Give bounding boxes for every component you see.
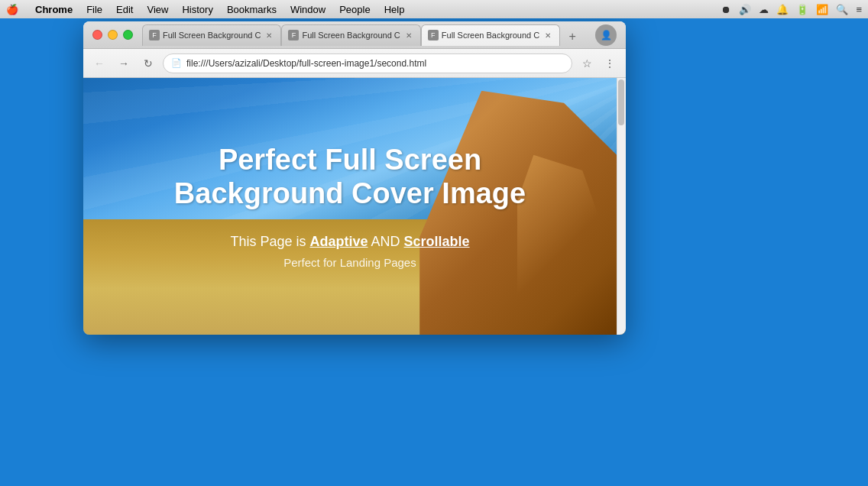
scrollable-word: Scrollable	[404, 234, 470, 249]
heading-line1: Perfect Full Screen	[219, 144, 481, 176]
menubar-search-icon[interactable]: 🔍	[836, 4, 848, 15]
address-bar[interactable]: 📄 file:///Users/azizali/Desktop/full-scr…	[163, 53, 572, 73]
menubar-right-icons: ⏺ 🔊 ☁ 🔔 🔋 📶 🔍 ≡	[721, 4, 862, 15]
lock-icon: 📄	[171, 58, 182, 68]
adaptive-word: Adaptive	[309, 234, 368, 249]
chrome-navbar: ← → ↻ 📄 file:///Users/azizali/Desktop/fu…	[83, 49, 626, 78]
tab-3-favicon: F	[428, 30, 439, 40]
content-overlay: Perfect Full Screen Background Cover Ima…	[83, 78, 617, 335]
menubar-window[interactable]: Window	[290, 4, 326, 15]
tab-2-close[interactable]: ✕	[403, 30, 414, 40]
menubar-list-icon[interactable]: ≡	[856, 4, 862, 15]
reload-button[interactable]: ↻	[138, 53, 158, 73]
chrome-titlebar: F Full Screen Background C ✕ F Full Scre…	[83, 21, 626, 49]
tab-3-label: Full Screen Background C	[442, 31, 539, 40]
menubar-system-icon-1: ⏺	[721, 4, 731, 15]
sub-text2: Perfect for Landing Pages	[283, 256, 416, 269]
apple-menu[interactable]: 🍎	[6, 4, 18, 15]
menubar-wifi-icon: 📶	[816, 4, 828, 15]
url-text: file:///Users/azizali/Desktop/full-scree…	[186, 58, 564, 69]
tab-2[interactable]: F Full Screen Background C ✕	[281, 24, 420, 46]
menubar-battery-icon: 🔋	[796, 4, 808, 15]
menubar-view[interactable]: View	[147, 4, 168, 15]
tab-1-favicon: F	[149, 30, 160, 40]
close-button[interactable]	[92, 30, 102, 40]
back-button[interactable]: ←	[89, 53, 109, 73]
forward-button[interactable]: →	[114, 53, 134, 73]
menubar-history[interactable]: History	[182, 4, 212, 15]
scrollbar[interactable]	[617, 78, 626, 335]
nav-right-buttons: ☆ ⋮	[577, 53, 620, 73]
menubar-people[interactable]: People	[339, 4, 370, 15]
bookmark-button[interactable]: ☆	[577, 53, 597, 73]
menubar-chrome[interactable]: Chrome	[35, 4, 73, 15]
tab-3-close[interactable]: ✕	[542, 30, 553, 40]
maximize-button[interactable]	[123, 30, 133, 40]
tab-3[interactable]: F Full Screen Background C ✕	[421, 24, 560, 46]
menubar-system-icon-2: 🔊	[739, 4, 751, 15]
tab-1-close[interactable]: ✕	[264, 30, 274, 40]
menubar-system-icon-3: ☁	[759, 4, 769, 15]
chrome-window: F Full Screen Background C ✕ F Full Scre…	[83, 21, 626, 335]
heading-line2: Background Cover Image	[174, 177, 526, 209]
main-heading: Perfect Full Screen Background Cover Ima…	[174, 144, 526, 210]
menubar-system-icon-4: 🔔	[776, 4, 789, 15]
profile-button[interactable]: 👤	[595, 24, 617, 46]
tab-1-label: Full Screen Background C	[163, 31, 261, 40]
sub-text: This Page is Adaptive AND Scrollable	[230, 234, 469, 250]
menu-button[interactable]: ⋮	[600, 53, 620, 73]
tabs-bar: F Full Screen Background C ✕ F Full Scre…	[142, 24, 595, 46]
webpage-viewport: Perfect Full Screen Background Cover Ima…	[83, 78, 626, 335]
menubar-help[interactable]: Help	[384, 4, 405, 15]
menubar-file[interactable]: File	[86, 4, 102, 15]
tab-1[interactable]: F Full Screen Background C ✕	[142, 24, 281, 46]
tab-2-favicon: F	[288, 30, 299, 40]
minimize-button[interactable]	[108, 30, 118, 40]
new-tab-button[interactable]: +	[562, 28, 583, 46]
tab-2-label: Full Screen Background C	[302, 31, 400, 40]
traffic-lights	[92, 30, 133, 40]
menubar-edit[interactable]: Edit	[116, 4, 133, 15]
mac-menubar: 🍎 Chrome File Edit View History Bookmark…	[0, 0, 868, 18]
menubar-bookmarks[interactable]: Bookmarks	[227, 4, 277, 15]
scrollbar-thumb[interactable]	[618, 79, 624, 125]
